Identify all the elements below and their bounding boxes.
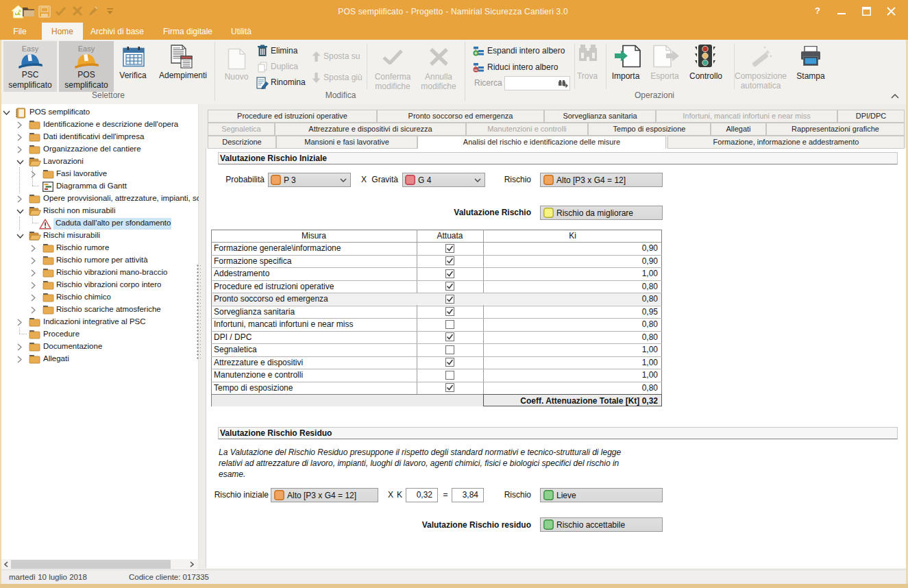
svg-text:+: + — [474, 50, 478, 56]
svg-text:−: − — [474, 66, 478, 73]
